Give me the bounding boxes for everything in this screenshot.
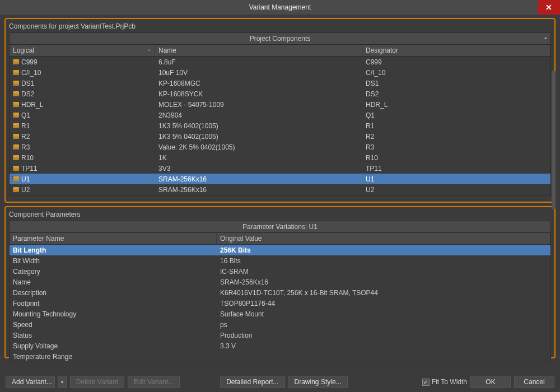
cell-name: 2N3904: [158, 111, 182, 119]
table-row[interactable]: R11K3 5% 0402(1005)R1: [10, 120, 550, 131]
cell-name: 1K: [158, 154, 167, 162]
table-row[interactable]: Supply Voltage3.3 V: [10, 340, 550, 351]
cancel-label: Cancel: [524, 378, 544, 386]
cell-designator: C/I_10: [366, 69, 385, 77]
cell-original-value: Production: [220, 332, 252, 339]
cell-designator: R2: [366, 133, 374, 141]
cell-name: 3V3: [158, 165, 170, 172]
cell-name: 1K3 5% 0402(1005): [158, 133, 218, 141]
cell-original-value: 16 Bits: [220, 257, 241, 265]
table-row[interactable]: Bit Length256K Bits: [10, 245, 550, 255]
cell-logical: TP11: [21, 165, 38, 172]
column-logical-label: Logical: [13, 46, 34, 54]
component-icon: [13, 59, 19, 64]
column-parameter-name-label: Parameter Name: [13, 235, 64, 242]
parameters-body[interactable]: Bit Length256K BitsBit Width16 BitsCateg…: [10, 245, 550, 362]
cell-parameter-name: Bit Length: [13, 246, 46, 254]
cell-parameter-name: Speed: [13, 321, 32, 329]
component-icon: [13, 123, 19, 128]
table-row[interactable]: Bit Width16 Bits: [10, 255, 550, 266]
drawing-style-button[interactable]: Drawing Style...: [288, 376, 348, 388]
cell-designator: Q1: [366, 111, 375, 119]
table-row[interactable]: R101KR10: [10, 152, 550, 163]
cell-original-value: SRAM-256Kx16: [220, 278, 268, 286]
table-row[interactable]: TP113V3TP11: [10, 163, 550, 174]
cell-logical: U2: [21, 186, 30, 194]
table-row[interactable]: Speedps: [10, 319, 550, 330]
cell-original-value: Surface Mount: [220, 310, 264, 318]
cell-logical: R2: [21, 133, 30, 141]
cell-parameter-name: Status: [13, 332, 32, 339]
cell-designator: U2: [366, 186, 374, 194]
cell-logical: R3: [21, 143, 30, 151]
fit-to-width-toggle[interactable]: ✓ Fit To Width: [422, 378, 467, 386]
table-row[interactable]: C/I_1010uF 10VC/I_10: [10, 67, 550, 78]
cell-original-value: 3.3 V: [220, 342, 236, 350]
ok-button[interactable]: OK: [470, 376, 511, 388]
add-variant-dropdown[interactable]: ▾: [58, 376, 67, 388]
cell-original-value: 256K Bits: [220, 246, 251, 254]
table-row[interactable]: DS2KP-1608SYCKDS2: [10, 88, 550, 99]
cell-parameter-name: Temperature Range: [13, 353, 72, 361]
cell-name: 6.8uF: [158, 58, 176, 66]
table-row[interactable]: StatusProduction: [10, 330, 550, 340]
table-row[interactable]: FootprintTSOP80P1176-44: [10, 298, 550, 309]
cancel-button[interactable]: Cancel: [514, 376, 554, 388]
chevron-down-icon: ▾: [61, 380, 63, 385]
column-parameter-name[interactable]: Parameter Name: [10, 233, 217, 244]
table-row[interactable]: NameSRAM-256Kx16: [10, 277, 550, 287]
components-grid-banner: Project Components ▴: [10, 33, 550, 45]
table-row[interactable]: C9996.8uFC999: [10, 57, 550, 67]
parameters-grid-banner: Parameter Variations: U1: [10, 221, 550, 233]
cell-parameter-name: Mounting Technology: [13, 310, 76, 318]
components-banner-text: Project Components: [250, 35, 311, 43]
cell-name: Value: 2K 5% 0402(1005): [158, 143, 235, 151]
component-icon: [13, 102, 19, 107]
chevron-up-icon[interactable]: ▴: [544, 35, 547, 40]
cell-designator: R10: [366, 154, 378, 162]
cell-designator: U1: [366, 175, 374, 183]
component-icon: [13, 187, 19, 192]
cell-name: SRAM-256Kx16: [158, 175, 207, 183]
parameters-banner-text: Parameter Variations: U1: [242, 223, 318, 231]
table-row[interactable]: Mounting TechnologySurface Mount: [10, 309, 550, 319]
table-row[interactable]: U1SRAM-256Kx16U1: [10, 174, 550, 184]
cell-designator: C999: [366, 58, 382, 66]
table-row[interactable]: HDR_LMOLEX - 54075-1009HDR_L: [10, 99, 550, 110]
components-grid: Project Components ▴ Logical ▵ Name Desi…: [9, 32, 551, 195]
table-row[interactable]: U2SRAM-256Kx16U2: [10, 184, 550, 195]
table-row[interactable]: R21K3 5% 0402(1005)R2: [10, 131, 550, 142]
window-title: Variant Management: [249, 3, 311, 11]
add-variant-button[interactable]: Add Variant...: [6, 376, 55, 388]
column-designator-label: Designator: [366, 46, 398, 54]
scrollbar-thumb[interactable]: [552, 71, 556, 209]
close-button[interactable]: ✕: [538, 0, 560, 15]
table-row[interactable]: DescriptionK6R4016V1D-TC10T, 256K x 16-B…: [10, 287, 550, 298]
table-row[interactable]: DS1KP-1608MGCDS1: [10, 78, 550, 88]
table-row[interactable]: Temperature Range: [10, 351, 550, 362]
column-designator[interactable]: Designator: [362, 45, 550, 56]
drawing-style-label: Drawing Style...: [295, 378, 342, 386]
components-body[interactable]: C9996.8uFC999C/I_1010uF 10VC/I_10DS1KP-1…: [10, 57, 550, 195]
component-icon: [13, 166, 19, 171]
cell-original-value: K6R4016V1D-TC10T, 256K x 16-Bit SRAM, TS…: [220, 289, 378, 297]
checkbox-checked-icon: ✓: [422, 379, 430, 386]
table-row[interactable]: Q12N3904Q1: [10, 110, 550, 120]
column-name-label: Name: [158, 46, 176, 54]
edit-variant-button: Edit Variant...: [128, 376, 180, 388]
button-bar: Add Variant... ▾ Delete Variant Edit Var…: [0, 372, 560, 392]
column-logical[interactable]: Logical ▵: [10, 45, 155, 56]
parameters-section-label: Component Parameters: [9, 211, 551, 218]
table-row[interactable]: R3Value: 2K 5% 0402(1005)R3: [10, 142, 550, 152]
titlebar: Variant Management ✕: [0, 0, 560, 15]
parameters-grid: Parameter Variations: U1 Parameter Name …: [9, 221, 551, 362]
ok-label: OK: [486, 378, 495, 386]
column-original-value[interactable]: Original Value: [217, 233, 550, 244]
cell-designator: R1: [366, 122, 374, 130]
table-row[interactable]: CategoryIC-SRAM: [10, 266, 550, 277]
cell-logical: C999: [21, 58, 38, 66]
cell-logical: R1: [21, 122, 30, 130]
detailed-report-button[interactable]: Detailed Report...: [220, 376, 284, 388]
column-name[interactable]: Name: [155, 45, 362, 56]
cell-name: SRAM-256Kx16: [158, 186, 207, 194]
